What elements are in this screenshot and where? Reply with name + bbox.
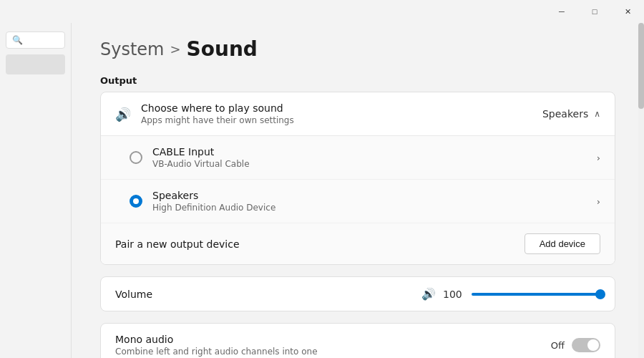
output-card: 🔊 Choose where to play sound Apps might … xyxy=(100,92,615,265)
device-text-cable: CABLE Input VB-Audio Virtual Cable xyxy=(152,146,587,169)
choose-right: Speakers ∧ xyxy=(542,108,600,120)
close-button[interactable]: ✕ xyxy=(611,0,644,23)
add-device-row: Pair a new output device Add device xyxy=(101,223,615,264)
breadcrumb: System > Sound xyxy=(100,37,615,61)
slider-thumb xyxy=(595,289,605,299)
add-device-button[interactable]: Add device xyxy=(525,233,600,254)
output-section-label: Output xyxy=(100,75,615,86)
mono-audio-card: Mono audio Combine left and right audio … xyxy=(100,323,615,358)
volume-value: 100 xyxy=(443,289,464,300)
chevron-right-icon: › xyxy=(597,196,600,207)
mono-audio-row: Mono audio Combine left and right audio … xyxy=(101,324,615,358)
volume-right: 🔊 100 xyxy=(421,287,600,301)
volume-label: Volume xyxy=(115,289,411,300)
radio-inner xyxy=(133,198,139,204)
breadcrumb-separator: > xyxy=(170,42,181,57)
device-name-speakers: Speakers xyxy=(152,190,587,201)
list-item[interactable]: Speakers High Definition Audio Device › xyxy=(101,180,615,223)
search-icon: 🔍 xyxy=(12,35,23,45)
list-item[interactable]: CABLE Input VB-Audio Virtual Cable › xyxy=(101,136,615,180)
volume-icon: 🔊 xyxy=(421,287,436,301)
device-options: CABLE Input VB-Audio Virtual Cable › Spe… xyxy=(101,136,615,264)
choose-title: Choose where to play sound xyxy=(141,102,542,114)
volume-row: Volume 🔊 100 xyxy=(101,277,615,311)
toggle-knob xyxy=(587,339,599,351)
radio-cable-input[interactable] xyxy=(130,151,142,164)
app-layout: 🔍 System > Sound Output 🔊 Choose where t… xyxy=(0,0,644,358)
mono-subtitle: Combine left and right audio channels in… xyxy=(115,347,551,357)
page-title: Sound xyxy=(187,37,258,61)
breadcrumb-system[interactable]: System xyxy=(100,39,165,59)
sidebar-placeholder xyxy=(6,54,65,74)
mono-right: Off xyxy=(551,338,600,352)
device-sub-speakers: High Definition Audio Device xyxy=(152,203,587,213)
pair-device-label: Pair a new output device xyxy=(115,238,240,250)
mono-title: Mono audio xyxy=(115,334,551,345)
minimize-button[interactable]: ─ xyxy=(545,0,578,23)
search-box[interactable]: 🔍 xyxy=(6,32,65,49)
radio-speakers[interactable] xyxy=(130,195,142,208)
scrollbar[interactable] xyxy=(638,23,644,358)
mono-text: Mono audio Combine left and right audio … xyxy=(115,334,551,357)
sidebar: 🔍 xyxy=(0,23,72,358)
toggle-off-label: Off xyxy=(551,340,565,351)
speaker-icon: 🔊 xyxy=(115,107,131,122)
device-name-cable: CABLE Input xyxy=(152,146,587,158)
main-content: System > Sound Output 🔊 Choose where to … xyxy=(72,23,644,358)
scrollbar-thumb xyxy=(638,23,644,109)
device-text-speakers: Speakers High Definition Audio Device xyxy=(152,190,587,213)
volume-slider[interactable] xyxy=(472,293,600,296)
choose-subtitle: Apps might have their own settings xyxy=(141,115,542,125)
choose-text: Choose where to play sound Apps might ha… xyxy=(141,102,542,125)
choose-output-row[interactable]: 🔊 Choose where to play sound Apps might … xyxy=(101,92,615,136)
chevron-up-icon: ∧ xyxy=(594,109,600,119)
selected-device-label: Speakers xyxy=(542,108,588,120)
mono-audio-toggle[interactable] xyxy=(572,338,600,352)
maximize-button[interactable]: □ xyxy=(578,0,611,23)
chevron-right-icon: › xyxy=(597,153,600,163)
title-bar: ─ □ ✕ xyxy=(545,0,644,23)
volume-card: Volume 🔊 100 xyxy=(100,276,615,311)
device-sub-cable: VB-Audio Virtual Cable xyxy=(152,159,587,169)
